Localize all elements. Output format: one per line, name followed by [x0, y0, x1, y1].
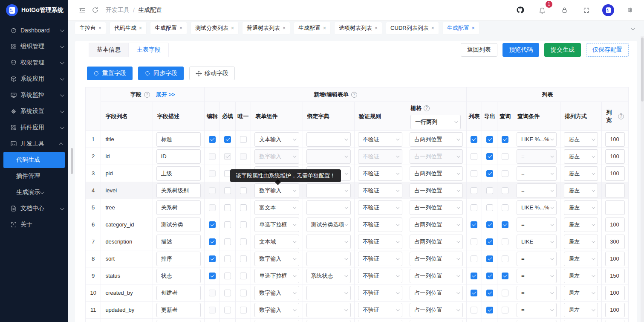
- list-checkbox[interactable]: [471, 273, 477, 279]
- dict-select[interactable]: 测试分类选项: [306, 218, 351, 232]
- page-tab-生成配置[interactable]: 生成配置×: [150, 22, 187, 34]
- list-checkbox[interactable]: [471, 170, 477, 177]
- grid-position-select[interactable]: 占两列位置: [410, 166, 463, 181]
- tab-close-icon[interactable]: ×: [283, 25, 286, 31]
- card-tab-基本信息[interactable]: 基本信息: [89, 43, 129, 57]
- tab-close-icon[interactable]: ×: [323, 25, 326, 31]
- sidebar-item-文档中心[interactable]: 文档中心: [0, 200, 68, 217]
- edit-checkbox[interactable]: [209, 204, 216, 211]
- query-cond-select[interactable]: =: [517, 303, 557, 317]
- export-checkbox[interactable]: [486, 290, 493, 296]
- align-select[interactable]: 居左: [564, 252, 598, 266]
- field-desc-input[interactable]: [156, 200, 201, 215]
- dict-select[interactable]: [306, 132, 351, 147]
- unique-checkbox[interactable]: [240, 307, 247, 313]
- tabbar-dropdown-icon[interactable]: [631, 24, 637, 32]
- move-fields-button[interactable]: 移动字段: [189, 67, 235, 80]
- sidebar-subitem-生成演示[interactable]: 生成演示: [0, 184, 68, 200]
- rule-select[interactable]: 不验证: [358, 286, 402, 300]
- rule-select[interactable]: 不验证: [358, 235, 402, 249]
- tab-close-icon[interactable]: ×: [179, 25, 182, 31]
- refresh-icon[interactable]: [89, 4, 101, 17]
- sync-fields-button[interactable]: 同步字段: [138, 67, 184, 80]
- query-cond-select[interactable]: =: [517, 218, 557, 232]
- app-logo[interactable]: HotGo管理系统: [0, 0, 68, 20]
- required-checkbox[interactable]: [224, 238, 231, 245]
- edit-checkbox[interactable]: [209, 255, 216, 262]
- query-cond-select[interactable]: =: [517, 269, 557, 283]
- field-desc-input[interactable]: [156, 166, 201, 181]
- list-checkbox[interactable]: [471, 255, 477, 262]
- field-desc-input[interactable]: [156, 303, 201, 317]
- sidebar-item-插件应用[interactable]: 插件应用: [0, 119, 68, 136]
- tab-close-icon[interactable]: ×: [139, 25, 142, 31]
- query-cond-select[interactable]: LIKE %...%: [517, 132, 557, 147]
- dict-select[interactable]: [306, 200, 351, 215]
- align-select[interactable]: 居左: [564, 218, 598, 232]
- sidebar-subitem-代码生成[interactable]: 代码生成: [3, 152, 65, 168]
- unique-checkbox[interactable]: [240, 238, 247, 245]
- width-input[interactable]: [605, 166, 625, 181]
- align-select[interactable]: 居左: [564, 183, 598, 198]
- rule-select[interactable]: 不验证: [358, 166, 402, 181]
- grid-position-select[interactable]: [410, 320, 463, 322]
- export-checkbox[interactable]: [486, 307, 493, 313]
- sidebar-item-权限管理[interactable]: 权限管理: [0, 55, 68, 71]
- list-checkbox[interactable]: [471, 238, 477, 245]
- component-select[interactable]: 单选下拉框: [254, 218, 299, 232]
- settings-gear-icon[interactable]: [624, 4, 636, 17]
- expand-columns-link[interactable]: 展开 >>: [156, 91, 175, 99]
- rule-select[interactable]: 不验证: [358, 218, 402, 232]
- sidebar-item-组织管理[interactable]: 组织管理: [0, 38, 68, 55]
- edit-checkbox[interactable]: [209, 290, 216, 296]
- help-icon[interactable]: [144, 92, 150, 98]
- align-select[interactable]: 居左: [564, 132, 598, 147]
- required-checkbox[interactable]: [224, 307, 231, 313]
- tab-close-icon[interactable]: ×: [375, 25, 378, 31]
- export-checkbox[interactable]: [486, 170, 493, 177]
- breadcrumb-section[interactable]: 开发工具: [106, 6, 130, 14]
- edit-checkbox[interactable]: [209, 221, 216, 228]
- menu-collapse-icon[interactable]: [76, 4, 89, 17]
- query-cond-select[interactable]: =: [517, 286, 557, 300]
- grid-position-select[interactable]: 占两列位置: [410, 235, 463, 249]
- component-select[interactable]: 数字输入: [254, 303, 299, 317]
- dict-select[interactable]: [306, 303, 351, 317]
- query-checkbox[interactable]: [502, 307, 508, 313]
- sidebar-subitem-插件管理[interactable]: 插件管理: [0, 168, 68, 184]
- grid-layout-select[interactable]: 一行两列: [410, 115, 461, 129]
- width-input[interactable]: [605, 235, 625, 249]
- list-checkbox[interactable]: [471, 204, 477, 211]
- dict-select[interactable]: [306, 149, 351, 164]
- page-tab-CUDR列表列表[interactable]: CUDR列表列表×: [386, 22, 439, 34]
- field-desc-input[interactable]: [156, 149, 201, 164]
- rule-select[interactable]: 不验证: [358, 183, 402, 198]
- user-avatar[interactable]: [602, 4, 614, 16]
- help-icon[interactable]: [424, 105, 430, 111]
- unique-checkbox[interactable]: [240, 187, 247, 194]
- rule-select[interactable]: 不验证: [358, 269, 402, 283]
- component-select[interactable]: 数字输入: [254, 149, 299, 164]
- grid-position-select[interactable]: 占一列位置: [410, 303, 463, 317]
- page-tab-普通树表列表[interactable]: 普通树表列表×: [243, 22, 290, 34]
- component-select[interactable]: 富文本: [254, 200, 299, 215]
- export-checkbox[interactable]: [486, 221, 493, 228]
- page-scrollbar-thumb[interactable]: [641, 38, 644, 102]
- query-checkbox[interactable]: [502, 255, 508, 262]
- component-select[interactable]: 单选下拉框: [254, 269, 299, 283]
- dict-select[interactable]: [306, 183, 351, 198]
- field-desc-input[interactable]: [156, 252, 201, 266]
- grid-position-select[interactable]: 占一列位置: [410, 149, 463, 164]
- rule-select[interactable]: 不验证: [358, 149, 402, 164]
- align-select[interactable]: [564, 320, 598, 322]
- width-input[interactable]: [605, 183, 625, 198]
- field-desc-input[interactable]: [156, 320, 201, 322]
- export-checkbox[interactable]: [486, 273, 493, 279]
- grid-position-select[interactable]: 占两列位置: [410, 218, 463, 232]
- edit-checkbox[interactable]: [209, 170, 216, 177]
- sidebar-item-Dashboard[interactable]: Dashboard: [0, 22, 68, 38]
- width-input[interactable]: [605, 132, 625, 147]
- query-checkbox[interactable]: [502, 273, 508, 279]
- component-select[interactable]: 数字输入: [254, 252, 299, 266]
- rule-select[interactable]: 不验证: [358, 132, 402, 147]
